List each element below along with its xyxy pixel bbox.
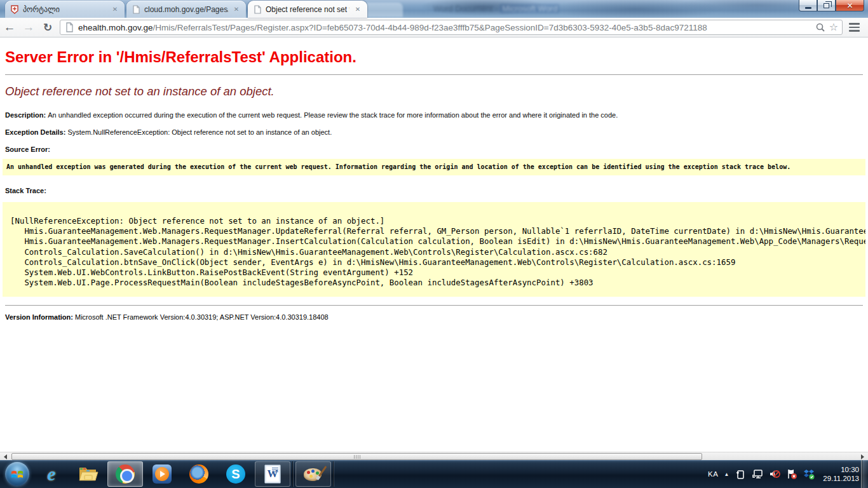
close-window-button[interactable]: ✕ [836, 0, 864, 11]
url-text[interactable]: ehealth.moh.gov.ge/Hmis/ReferralsTest/Pa… [78, 23, 811, 32]
background-window-title-highlight: Microsoft Word [500, 4, 559, 13]
tab-portal[interactable]: პორტალი ✕ [5, 1, 125, 18]
taskbar-internet-explorer[interactable]: e [34, 461, 69, 487]
version-information: Version Information: Microsoft .NET Fram… [5, 313, 863, 321]
stack-trace-line: [NullReferenceException: Object referenc… [10, 216, 865, 226]
browser-toolbar: ← → ↻ ehealth.moh.gov.ge/Hmis/ReferralsT… [0, 18, 868, 37]
restore-window-button[interactable] [817, 0, 836, 11]
chrome-menu-button[interactable] [848, 22, 862, 32]
skype-icon: S [226, 464, 245, 484]
media-player-icon [153, 464, 172, 484]
language-indicator[interactable]: KA [708, 470, 718, 478]
right-arrow-icon [861, 454, 864, 459]
url-domain: ehealth.moh.gov.ge [78, 23, 153, 32]
stack-trace-line: Controls_Calculation.SaveCalculation() i… [10, 247, 865, 257]
taskbar-paint[interactable] [295, 461, 331, 487]
minimize-icon [805, 7, 811, 9]
window-controls: ✕ [799, 0, 864, 11]
tab-title: პორტალი [23, 5, 107, 14]
tab-title: cloud.moh.gov.ge/Pages/ [144, 5, 228, 14]
paint-icon [304, 466, 323, 482]
stack-trace-heading: Stack Trace: [5, 187, 863, 194]
page-title: Server Error in '/Hmis/ReferralsTest' Ap… [5, 48, 863, 66]
reload-button[interactable]: ↻ [38, 21, 57, 34]
restore-icon [824, 3, 829, 8]
address-bar[interactable]: ehealth.moh.gov.ge/Hmis/ReferralsTest/Pa… [60, 20, 843, 35]
tab-error-page[interactable]: Object reference not set to ✕ [248, 1, 367, 18]
taskbar-windows-explorer[interactable] [71, 461, 106, 487]
error-page-content: Server Error in '/Hmis/ReferralsTest' Ap… [0, 37, 868, 452]
exception-details-line: Exception Details: System.NullReferenceE… [5, 128, 863, 136]
taskbar-google-chrome[interactable] [107, 461, 143, 487]
taskbar-firefox[interactable] [181, 461, 217, 487]
action-center-flag-icon[interactable] [786, 468, 797, 480]
stack-trace-line: System.Web.UI.WebControls.LinkButton.Rai… [10, 268, 865, 278]
horizontal-scrollbar[interactable] [0, 452, 868, 460]
show-desktop-button[interactable] [861, 460, 868, 488]
wired-network-icon[interactable] [752, 468, 763, 480]
forward-button[interactable]: → [19, 20, 38, 34]
firefox-icon [189, 464, 208, 484]
bookmark-star-icon[interactable]: ☆ [829, 22, 838, 32]
windows-logo-icon [11, 468, 24, 480]
source-error-heading: Source Error: [5, 146, 863, 153]
taskbar-separator [333, 461, 334, 487]
exception-label: Exception Details: [5, 128, 67, 136]
tab-close-icon[interactable]: ✕ [111, 5, 119, 14]
page-icon [132, 5, 140, 14]
stack-trace-box: [NullReferenceException: Object referenc… [3, 202, 865, 297]
page-icon [253, 5, 262, 14]
source-error-box: An unhandled exception was generated dur… [3, 159, 865, 175]
browser-titlebar: Word Document - Microsoft Word პორტალი ✕… [0, 0, 868, 18]
scrollbar-thumb[interactable] [11, 453, 702, 460]
clock-date: 29.11.2013 [823, 474, 859, 483]
version-text: Microsoft .NET Framework Version:4.0.303… [75, 313, 329, 321]
stack-trace-line: Hmis.GuaranteeManagement.Web.Managers.Re… [10, 236, 865, 247]
minimize-window-button[interactable] [799, 0, 817, 11]
background-window-title: Word Document - [433, 4, 498, 13]
word-icon: W [264, 464, 281, 484]
taskbar-separator [292, 461, 294, 487]
divider [5, 74, 863, 75]
url-path: /Hmis/ReferralsTest/Pages/Register.aspx?… [153, 23, 707, 32]
version-label: Version Information: [5, 313, 75, 321]
georgia-coat-of-arms-icon [10, 5, 19, 14]
taskbar-windows-media-player[interactable] [144, 461, 180, 487]
tray-expand-icon[interactable]: ▲ [724, 471, 729, 477]
folder-icon [78, 465, 98, 483]
back-button[interactable]: ← [0, 20, 19, 34]
close-icon: ✕ [846, 1, 853, 10]
tab-title: Object reference not set to [266, 5, 349, 14]
volume-muted-icon[interactable] [769, 468, 780, 480]
taskbar-microsoft-word[interactable]: W [255, 461, 290, 487]
description-label: Description: [5, 111, 48, 119]
taskbar-clock[interactable]: 10:30 29.11.2013 [823, 465, 859, 483]
stack-trace-line: Controls_Calculation.btnSave_OnClick(Obj… [10, 257, 865, 268]
left-arrow-icon [4, 454, 7, 459]
internet-explorer-icon: e [47, 463, 55, 485]
page-security-icon [64, 22, 74, 32]
tab-cloud-moh[interactable]: cloud.moh.gov.ge/Pages/ ✕ [126, 1, 246, 18]
stack-trace-line: Hmis.GuaranteeManagement.Web.Managers.Re… [10, 226, 865, 236]
exception-text: System.NullReferenceException: Object re… [67, 128, 332, 136]
start-button[interactable] [5, 462, 29, 486]
zoom-icon[interactable] [815, 22, 825, 32]
background-window-ghost: Word Document - Microsoft Word [357, 1, 713, 17]
clock-time: 10:30 [823, 465, 859, 474]
chrome-icon [116, 464, 135, 484]
stack-trace-line: System.Web.UI.Page.ProcessRequestMain(Bo… [10, 278, 865, 288]
description-line: Description: An unhandled exception occu… [5, 111, 863, 119]
divider [5, 305, 863, 306]
removable-device-icon[interactable] [735, 468, 746, 480]
description-text: An unhandled exception occurred during t… [48, 111, 618, 119]
dropbox-icon[interactable] [803, 468, 815, 480]
error-subtitle: Object reference not set to an instance … [5, 85, 863, 98]
taskbar-skype[interactable]: S [218, 461, 254, 487]
tab-close-icon[interactable]: ✕ [353, 5, 362, 14]
desktop-screen: Word Document - Microsoft Word პორტალი ✕… [0, 0, 868, 488]
tab-close-icon[interactable]: ✕ [232, 5, 241, 14]
system-tray: KA ▲ 10:30 29.11.2013 [708, 460, 859, 488]
